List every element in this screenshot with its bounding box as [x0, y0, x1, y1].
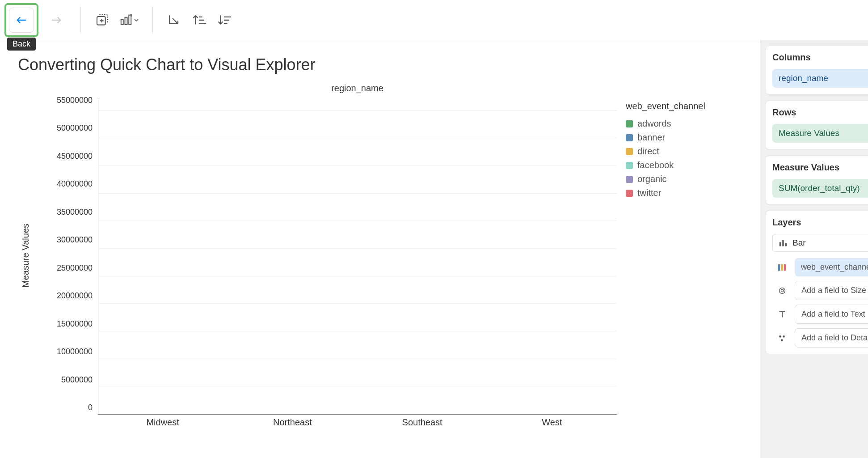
- y-tick-label: 10000000: [31, 347, 93, 356]
- rows-pill[interactable]: Measure Values ▼: [772, 124, 868, 143]
- svg-point-11: [781, 289, 784, 292]
- svg-rect-9: [784, 264, 786, 271]
- chevron-down-icon: [134, 17, 139, 23]
- sort-desc-button[interactable]: [215, 10, 234, 30]
- measure-values-card: Measure Values SUM(order_total_qty) ▼: [766, 156, 868, 204]
- legend-title: web_event_channel: [626, 101, 742, 111]
- svg-point-10: [780, 288, 785, 293]
- layer-size-row: Add a field to Size: [776, 281, 868, 300]
- gridline: [98, 221, 617, 221]
- layer-text-row: Add a field to Text: [776, 305, 868, 324]
- svg-rect-7: [778, 264, 780, 271]
- svg-rect-8: [781, 264, 783, 271]
- layer-detail-row: Add a field to Detail: [776, 328, 868, 348]
- x-axis-labels: MidwestNortheastSoutheastWest: [98, 415, 617, 428]
- sort-asc-button[interactable]: [190, 10, 209, 30]
- gridline: [98, 248, 617, 249]
- gridline: [98, 359, 617, 359]
- layer-type-select[interactable]: Bar ▼: [772, 234, 868, 252]
- sort-desc-icon: [217, 13, 232, 28]
- legend-swatch: [626, 162, 633, 169]
- legend-item-adwords[interactable]: adwords: [626, 117, 742, 131]
- legend-swatch: [626, 134, 633, 141]
- x-tick-label: Northeast: [254, 417, 330, 428]
- y-tick-label: 50000000: [31, 123, 93, 133]
- layer-size-input[interactable]: Add a field to Size: [795, 281, 868, 300]
- gridline: [98, 276, 617, 276]
- columns-pill[interactable]: region_name ▼: [772, 69, 868, 88]
- rows-card: Rows Measure Values ▼: [766, 101, 868, 149]
- legend-item-direct[interactable]: direct: [626, 144, 742, 158]
- svg-rect-4: [780, 242, 781, 246]
- legend-label: twitter: [637, 188, 661, 198]
- side-panel: Columns region_name ▼ Rows Measure Value…: [760, 40, 868, 458]
- svg-rect-1: [121, 19, 123, 24]
- size-icon: [776, 284, 788, 297]
- chart-type-icon: [119, 13, 133, 27]
- x-tick-label: West: [514, 417, 590, 428]
- y-tick-label: 35000000: [31, 208, 93, 217]
- layer-color-label: web_event_channel: [801, 263, 868, 272]
- plot: region_name MidwestNortheastSoutheastWes…: [98, 83, 617, 428]
- legend-label: direct: [637, 146, 659, 157]
- legend-item-twitter[interactable]: twitter: [626, 186, 742, 200]
- y-tick-label: 30000000: [31, 235, 93, 245]
- legend-label: facebook: [637, 160, 674, 170]
- page-title: Converting Quick Chart to Visual Explore…: [18, 55, 742, 74]
- bar-grid: [98, 100, 617, 415]
- legend-swatch: [626, 190, 633, 197]
- gridline: [98, 386, 617, 386]
- layers-card: Layers Bar ▼: [766, 211, 868, 354]
- columns-pill-label: region_name: [779, 73, 828, 83]
- forward-button: [44, 8, 69, 33]
- back-highlight: Back: [4, 3, 38, 37]
- measure-values-title: Measure Values: [772, 162, 868, 173]
- y-tick-label: 25000000: [31, 263, 93, 273]
- legend-label: banner: [637, 132, 665, 143]
- y-tick-label: 0: [31, 403, 93, 412]
- chart-area: Converting Quick Chart to Visual Explore…: [0, 40, 760, 458]
- gridline: [98, 165, 617, 166]
- svg-rect-2: [125, 17, 127, 24]
- new-sheet-button[interactable]: [93, 10, 112, 30]
- gridline: [98, 193, 617, 194]
- toolbar-separator: [152, 7, 153, 34]
- columns-title: Columns: [772, 52, 868, 63]
- layer-color-pill[interactable]: web_event_channel ▼: [795, 258, 868, 276]
- y-tick-label: 55000000: [31, 96, 93, 105]
- arrow-left-icon: [15, 14, 28, 26]
- gridline: [98, 138, 617, 138]
- main: Converting Quick Chart to Visual Explore…: [0, 40, 868, 458]
- measure-values-pill[interactable]: SUM(order_total_qty) ▼: [772, 179, 868, 198]
- back-button[interactable]: [9, 8, 34, 33]
- toolbar-separator: [80, 7, 81, 34]
- y-tick-label: 5000000: [31, 375, 93, 385]
- legend-item-facebook[interactable]: facebook: [626, 158, 742, 172]
- gridline: [98, 303, 617, 304]
- legend-item-banner[interactable]: banner: [626, 131, 742, 144]
- rows-pill-label: Measure Values: [779, 128, 839, 138]
- chart-wrap: Measure Values 5500000050000000450000004…: [18, 83, 742, 428]
- svg-rect-5: [782, 240, 784, 246]
- sort-asc-icon: [192, 13, 207, 28]
- y-tick-label: 15000000: [31, 319, 93, 329]
- y-axis: 5500000050000000450000004000000035000000…: [31, 83, 98, 428]
- x-tick-label: Midwest: [125, 417, 201, 428]
- y-axis-ticks: 5500000050000000450000004000000035000000…: [31, 96, 98, 412]
- swap-axes-icon: [167, 13, 181, 27]
- color-icon: [776, 261, 788, 274]
- svg-point-12: [779, 335, 781, 338]
- layer-size-placeholder: Add a field to Size: [801, 286, 866, 295]
- y-tick-label: 20000000: [31, 291, 93, 301]
- legend-swatch: [626, 120, 633, 127]
- layer-text-placeholder: Add a field to Text: [801, 310, 865, 318]
- chart-type-button[interactable]: [118, 10, 141, 30]
- layer-color-row: web_event_channel ▼: [776, 258, 868, 276]
- layer-detail-placeholder: Add a field to Detail: [801, 333, 868, 342]
- layer-detail-input[interactable]: Add a field to Detail: [795, 328, 868, 348]
- new-sheet-icon: [95, 13, 110, 27]
- layer-text-input[interactable]: Add a field to Text: [795, 305, 868, 324]
- swap-axes-button[interactable]: [164, 10, 184, 30]
- legend-item-organic[interactable]: organic: [626, 172, 742, 186]
- columns-card: Columns region_name ▼: [766, 46, 868, 94]
